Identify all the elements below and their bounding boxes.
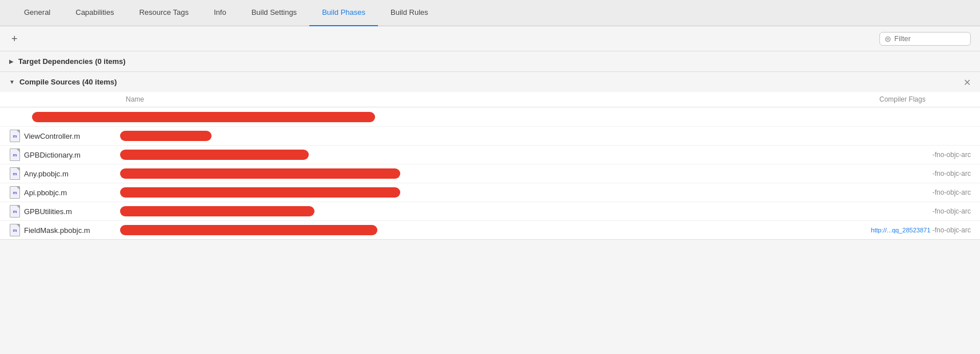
redacted-bar xyxy=(120,187,400,198)
file-name: GPBDictionary.m xyxy=(24,151,115,159)
tab-build-phases[interactable]: Build Phases xyxy=(309,0,378,26)
compile-sources-header[interactable]: ▼ Compile Sources (40 items) ✕ xyxy=(0,72,980,92)
m-file-icon: m xyxy=(10,224,20,236)
file-name: Any.pbobjc.m xyxy=(24,170,115,178)
file-icon: m xyxy=(9,205,21,218)
m-file-icon: m xyxy=(10,186,20,199)
redacted-bar xyxy=(32,112,375,122)
table-header: Name Compiler Flags xyxy=(0,92,980,107)
add-button[interactable]: + xyxy=(9,34,20,44)
table-row: m Any.pbobjc.m -fno-objc-arc xyxy=(0,164,980,183)
compile-sources-section: ▼ Compile Sources (40 items) ✕ Name Comp… xyxy=(0,72,980,240)
tab-info[interactable]: Info xyxy=(201,0,239,26)
redacted-bar xyxy=(120,206,314,216)
flags-text: -fno-objc-arc xyxy=(933,226,971,234)
table-row: m FieldMask.pbobjc.m http://...qq_285238… xyxy=(0,221,980,239)
collapse-triangle-deps: ▶ xyxy=(9,58,14,65)
flags-link: http://...qq_28523871 xyxy=(871,227,930,234)
compiler-flags: -fno-objc-arc xyxy=(933,207,971,215)
close-section-button[interactable]: ✕ xyxy=(963,77,971,87)
m-file-icon: m xyxy=(10,130,20,142)
redacted-bar xyxy=(120,225,377,235)
compiler-flags: -fno-objc-arc xyxy=(933,151,971,159)
m-file-icon: m xyxy=(10,205,20,218)
redacted-bar xyxy=(120,131,212,141)
compiler-flags: -fno-objc-arc xyxy=(933,170,971,178)
file-name: Api.pbobjc.m xyxy=(24,188,115,197)
tab-build-settings[interactable]: Build Settings xyxy=(239,0,310,26)
tab-build-rules[interactable]: Build Rules xyxy=(378,0,441,26)
compile-sources-title: Compile Sources (40 items) xyxy=(19,78,117,86)
redacted-bar xyxy=(120,168,400,179)
file-icon: m xyxy=(9,224,21,236)
table-row: m GPBUtilities.m -fno-objc-arc xyxy=(0,202,980,221)
m-file-icon: m xyxy=(10,167,20,180)
column-flags-header: Compiler Flags xyxy=(879,95,971,103)
tab-general[interactable]: General xyxy=(11,0,63,26)
toolbar: + ⊜ xyxy=(0,26,980,51)
table-row: m ViewController.m xyxy=(0,127,980,146)
target-deps-section: ▶ Target Dependencies (0 items) xyxy=(0,51,980,72)
file-icon: m xyxy=(9,186,21,199)
compiler-flags: -fno-objc-arc xyxy=(933,188,971,196)
file-name: FieldMask.pbobjc.m xyxy=(24,226,115,235)
tab-bar: General Capabilities Resource Tags Info … xyxy=(0,0,980,26)
target-deps-title: Target Dependencies (0 items) xyxy=(18,57,126,66)
file-icon: m xyxy=(9,130,21,142)
table-row: m Api.pbobjc.m -fno-objc-arc xyxy=(0,183,980,202)
file-name: GPBUtilities.m xyxy=(24,207,115,216)
redacted-bar xyxy=(120,150,309,160)
column-name-header: Name xyxy=(126,95,879,103)
target-deps-header[interactable]: ▶ Target Dependencies (0 items) xyxy=(0,51,980,71)
compiler-flags: http://...qq_28523871 -fno-objc-arc xyxy=(871,226,971,234)
file-icon: m xyxy=(9,148,21,161)
filter-input[interactable] xyxy=(894,34,963,43)
file-icon: m xyxy=(9,167,21,180)
tab-resource-tags[interactable]: Resource Tags xyxy=(126,0,201,26)
filter-icon: ⊜ xyxy=(885,34,891,43)
tab-capabilities[interactable]: Capabilities xyxy=(63,0,126,26)
filter-box: ⊜ xyxy=(879,32,971,46)
file-name: ViewController.m xyxy=(24,132,115,140)
main-content: ▶ Target Dependencies (0 items) ▼ Compil… xyxy=(0,51,980,240)
m-file-icon: m xyxy=(10,148,20,161)
collapse-triangle-sources: ▼ xyxy=(9,79,15,85)
table-row: m GPBDictionary.m -fno-objc-arc xyxy=(0,146,980,164)
table-row xyxy=(0,107,980,127)
